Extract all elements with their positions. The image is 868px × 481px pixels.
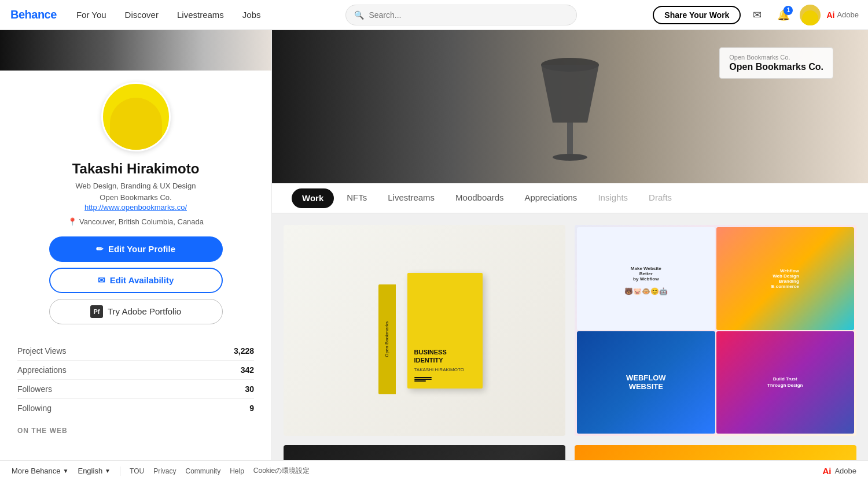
- adobe-logo-icon: Ai: [826, 10, 834, 20]
- stat-label-appreciations: Appreciations: [17, 365, 67, 375]
- tabs-bar: Work NFTs Livestreams Moodboards Appreci…: [272, 183, 868, 213]
- svg-marker-1: [541, 65, 599, 123]
- webflow-tagline: WebflowWeb DesignBrandingE-commerce: [769, 266, 801, 291]
- stat-row-appreciations: Appreciations 342: [17, 361, 254, 380]
- tab-moodboards[interactable]: Moodboards: [445, 183, 514, 213]
- stat-label-views: Project Views: [17, 346, 67, 356]
- nav-for-you[interactable]: For You: [67, 0, 116, 30]
- search-area: 🔍: [270, 5, 653, 25]
- bottom-left: More Behance ▼ English ▼ TOU Privacy Com…: [12, 466, 310, 476]
- nav-jobs[interactable]: Jobs: [233, 0, 270, 30]
- stat-label-following: Following: [17, 404, 52, 413]
- stats-section: Project Views 3,228 Appreciations 342 Fo…: [0, 342, 271, 417]
- stat-row-followers: Followers 30: [17, 380, 254, 399]
- tab-appreciations[interactable]: Appreciations: [514, 183, 587, 213]
- sidebar: Takashi Hirakimoto Web Design, Branding …: [0, 30, 272, 481]
- profile-location: 📍 Vancouver, British Columbia, Canada: [68, 217, 204, 226]
- tou-link[interactable]: TOU: [130, 467, 144, 475]
- svg-rect-2: [567, 123, 573, 157]
- envelope-icon: ✉: [98, 275, 105, 286]
- profile-card: Takashi Hirakimoto Web Design, Branding …: [0, 71, 271, 342]
- more-behance-button[interactable]: More Behance ▼: [12, 467, 68, 475]
- svg-point-3: [553, 154, 587, 161]
- cover-image: Open Bookmarks Co. Open Bookmarks Co.: [272, 30, 868, 183]
- pencil-icon: ✏: [96, 244, 104, 254]
- share-button[interactable]: Share Your Work: [653, 6, 741, 24]
- portfolio-icon: Pf: [90, 305, 103, 318]
- search-box[interactable]: 🔍: [345, 5, 577, 25]
- community-link[interactable]: Community: [185, 467, 220, 475]
- book-visual: Open Bookmarks BUSINESS IDENTITY TAKASHI…: [367, 261, 483, 400]
- nav-livestreams[interactable]: Livestreams: [168, 0, 233, 30]
- notifications-button[interactable]: 🔔 1: [773, 5, 794, 25]
- divider: [120, 467, 120, 476]
- webflow-cell-2: WebflowWeb DesignBrandingE-commerce: [716, 227, 855, 330]
- profile-avatar: [101, 82, 171, 151]
- on-the-web-label: ON THE WEB: [0, 417, 271, 435]
- profile-description: Web Design, Branding & UX Design: [76, 180, 196, 192]
- lamp-icon: [535, 36, 605, 163]
- stat-label-followers: Followers: [17, 384, 52, 394]
- navbar-actions: Share Your Work ✉ 🔔 1 Ai Adobe: [653, 5, 868, 25]
- webflow-subtitle: Make WebsiteBetterby Webflow: [626, 261, 666, 286]
- bottom-right: Ai Adobe: [822, 466, 856, 476]
- book-spine: Open Bookmarks: [378, 284, 396, 394]
- book-title: BUSINESS IDENTITY: [414, 348, 476, 365]
- chevron-down-icon: ▼: [63, 468, 69, 474]
- project-webflow[interactable]: Make WebsiteBetterby Webflow 🐻🐷🐵😊🤖 Webfl…: [575, 225, 856, 436]
- navbar: Behance For You Discover Livestreams Job…: [0, 0, 868, 30]
- profile-name: Takashi Hirakimoto: [72, 161, 200, 177]
- book-author: TAKASHI HIRAKIMOTO: [414, 367, 464, 372]
- avatar-button[interactable]: [800, 5, 821, 25]
- stat-value-followers: 30: [245, 384, 254, 394]
- messages-button[interactable]: ✉: [746, 5, 767, 25]
- book-spine-text: Open Bookmarks: [384, 321, 389, 357]
- avatar-shape: [110, 98, 162, 150]
- language-chevron-icon: ▼: [105, 468, 111, 474]
- webflow-cell-3: WEBFLOWWEBSITE: [577, 331, 715, 434]
- adobe-label: Ai Adobe: [826, 10, 859, 20]
- nav-discover[interactable]: Discover: [116, 0, 168, 30]
- main-layout: Takashi Hirakimoto Web Design, Branding …: [0, 30, 868, 481]
- emoji-row: 🐻🐷🐵😊🤖: [624, 287, 668, 295]
- edit-availability-button[interactable]: ✉ Edit Availability: [49, 268, 223, 293]
- notification-badge: 1: [784, 6, 793, 15]
- search-input[interactable]: [369, 10, 568, 20]
- book-cover: BUSINESS IDENTITY TAKASHI HIRAKIMOTO: [407, 273, 483, 388]
- profile-company: Open Bookmarks Co.: [100, 193, 171, 202]
- stat-row-following: Following 9: [17, 399, 254, 417]
- book-logo: [414, 377, 432, 382]
- webflow-build-trust: Build TrustThrough Design: [767, 376, 803, 388]
- profile-website[interactable]: http://www.openbookmarks.co/: [84, 203, 187, 212]
- adobe-logo-bottom-icon: Ai: [822, 466, 831, 476]
- adobe-portfolio-button[interactable]: Pf Try Adobe Portfolio: [49, 299, 223, 324]
- language-selector[interactable]: English ▼: [78, 467, 111, 475]
- webflow-cell-4: Build TrustThrough Design: [716, 331, 855, 434]
- avatar-icon: [802, 10, 818, 25]
- watermark-box: Open Bookmarks Co. Open Bookmarks Co.: [719, 47, 833, 79]
- cookie-link[interactable]: Cookieの環境設定: [253, 466, 310, 476]
- bottom-bar: More Behance ▼ English ▼ TOU Privacy Com…: [0, 460, 868, 481]
- pin-icon: 📍: [68, 217, 77, 226]
- navbar-nav: For You Discover Livestreams Jobs: [67, 0, 270, 30]
- tab-nfts[interactable]: NFTs: [336, 183, 377, 213]
- projects-grid: Open Bookmarks BUSINESS IDENTITY TAKASHI…: [272, 213, 868, 481]
- tab-drafts[interactable]: Drafts: [638, 183, 682, 213]
- help-link[interactable]: Help: [230, 467, 244, 475]
- stat-value-following: 9: [249, 404, 254, 413]
- webflow-cell-1: Make WebsiteBetterby Webflow 🐻🐷🐵😊🤖: [577, 227, 715, 330]
- project-business-identity[interactable]: Open Bookmarks BUSINESS IDENTITY TAKASHI…: [284, 225, 565, 436]
- edit-profile-button[interactable]: ✏ Edit Your Profile: [49, 236, 223, 262]
- content-area: Open Bookmarks Co. Open Bookmarks Co. Wo…: [272, 30, 868, 481]
- stat-value-appreciations: 342: [241, 365, 254, 375]
- stat-value-views: 3,228: [234, 346, 254, 356]
- tab-livestreams[interactable]: Livestreams: [377, 183, 445, 213]
- stat-row-views: Project Views 3,228: [17, 342, 254, 361]
- search-icon: 🔍: [354, 10, 364, 20]
- tab-work[interactable]: Work: [292, 188, 334, 208]
- privacy-link[interactable]: Privacy: [153, 467, 176, 475]
- tab-insights[interactable]: Insights: [587, 183, 638, 213]
- behance-logo[interactable]: Behance: [0, 8, 67, 21]
- webflow-title: WEBFLOWWEBSITE: [626, 373, 666, 391]
- adobe-footer-label: Adobe: [834, 467, 856, 475]
